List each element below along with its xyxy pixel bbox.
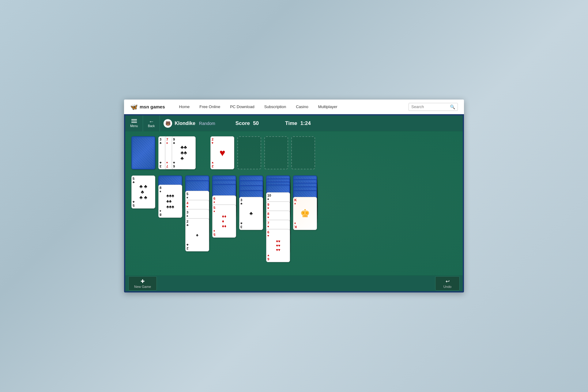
time-display: Time 1:24 (283, 120, 311, 126)
tableau-col-6: 10♠ ♠♠♠♠♠♠♠♠ 10♠ 9♥ ♥♥♥♥♥♥♥♥ 9♥ 8♥ ♥♥♥♥♥… (266, 175, 290, 264)
logo-icon: 🦋 (130, 103, 138, 111)
foundation-3[interactable] (264, 136, 288, 169)
game-info: 🐻 Klondike Random (160, 119, 215, 128)
tableau-col-7: K♦ ♚ K♦ (293, 175, 317, 237)
logo-text: msn games (140, 104, 165, 109)
undo-label: Undo (443, 285, 451, 288)
tableau-7-king[interactable]: K♦ ♚ K♦ (293, 197, 317, 230)
tableau-col-5: 3♣ ♣ 3♣ (239, 175, 263, 231)
tableau-2-card-1[interactable]: 8♠ ♠♠♠♠♠♠♠♠ 8♠ (158, 185, 182, 218)
foundation-2[interactable] (237, 136, 261, 169)
nav-multiplayer[interactable]: Multiplayer (313, 100, 342, 114)
menu-label: Menu (130, 124, 138, 128)
undo-icon: ↩ (446, 278, 450, 284)
game-title: Klondike (175, 121, 195, 126)
nav-subscription[interactable]: Subscription (259, 100, 291, 114)
back-label: Back (148, 124, 155, 128)
back-arrow-icon: ← (149, 119, 154, 124)
score-value: 50 (253, 120, 259, 126)
tableau-col-1: 5♣ ♣ ♣ ♣♣ ♣ 5♣ (131, 175, 155, 209)
game-table: 3♣ ♣ 3♣ 7♦ ♦ 7♦ 9♣ ♣♣♣♣♣ 6♣ (125, 131, 463, 275)
menu-button[interactable]: Menu (125, 115, 143, 131)
time-label: Time (285, 120, 297, 126)
nav-casino[interactable]: Casino (291, 100, 313, 114)
tableau-col-4: 6♦ ♦♦♦♦♦♦ 6♦ 5♦ ♦♦♦♦♦ 5♦ (212, 175, 236, 243)
score-label: Score (236, 120, 250, 126)
new-game-icon: ✚ (141, 278, 145, 284)
tableau-6-c5[interactable]: 6♥ ♥♥♥♥♥♥ 6♥ (266, 229, 290, 262)
tableau-col-2: 8♠ ♠♠♠♠♠♠♠♠ 8♠ (158, 175, 182, 221)
waste-card-3[interactable]: 9♣ ♣♣♣♣♣ 6♣ (172, 136, 196, 169)
game-subtitle: Random (199, 121, 215, 126)
foundation-1[interactable]: 2♥ ♥ 2♥ (210, 136, 234, 169)
waste-pile: 3♣ ♣ 3♣ 7♦ ♦ 7♦ 9♣ ♣♣♣♣♣ 6♣ (158, 136, 195, 169)
new-game-button[interactable]: ✚ New Game (128, 276, 157, 291)
stock-pile[interactable] (131, 136, 155, 169)
tableau-1-card-1[interactable]: 5♣ ♣ ♣ ♣♣ ♣ 5♣ (131, 175, 155, 209)
nav-logo[interactable]: 🦋 msn games (130, 103, 165, 111)
back-button[interactable]: ← Back (143, 115, 160, 131)
undo-button[interactable]: ↩ Undo (435, 276, 460, 291)
nav-bar: 🦋 msn games Home Free Online PC Download… (124, 100, 464, 114)
tableau-col-3: 5♠ ♠♠♠♠♠ 5♠ 4♥ ♥♥♥♥ 3♥ 3♠ ♠ 3♠ (185, 175, 209, 255)
new-game-label: New Game (134, 285, 151, 288)
nav-home[interactable]: Home (174, 100, 195, 114)
score-display: Score 50 (234, 120, 259, 126)
tableau-3-c4[interactable]: 2♣ ♠ 2♣ (185, 218, 209, 251)
nav-links: Home Free Online PC Download Subscriptio… (174, 100, 409, 114)
top-row: 3♣ ♣ 3♣ 7♦ ♦ 7♦ 9♣ ♣♣♣♣♣ 6♣ (131, 136, 457, 169)
game-container: Menu ← Back 🐻 Klondike Random Score 50 T… (124, 114, 464, 292)
search-icon[interactable]: 🔍 (450, 104, 455, 109)
hamburger-icon (131, 119, 137, 120)
hamburger-icon (131, 121, 137, 121)
game-bottom-bar: ✚ New Game ↩ Undo (125, 275, 463, 291)
hamburger-icon (131, 122, 137, 123)
game-toolbar: Menu ← Back 🐻 Klondike Random Score 50 T… (125, 115, 463, 131)
foundation-4[interactable] (291, 136, 315, 169)
time-value: 1:24 (300, 120, 311, 126)
browser-window: 🦋 msn games Home Free Online PC Download… (124, 100, 464, 292)
search-input[interactable] (411, 104, 448, 109)
nav-free-online[interactable]: Free Online (194, 100, 225, 114)
tableau-5-c1[interactable]: 3♣ ♣ 3♣ (239, 197, 263, 230)
nav-pc-download[interactable]: PC Download (225, 100, 259, 114)
tableau-row: 5♣ ♣ ♣ ♣♣ ♣ 5♣ 8♠ ♠♠♠♠♠♠♠♠ 8♠ (131, 175, 457, 264)
game-icon: 🐻 (164, 119, 172, 128)
tableau-4-c2[interactable]: 5♦ ♦♦♦♦♦ 5♦ (212, 205, 236, 238)
nav-search-box: 🔍 (409, 103, 458, 111)
